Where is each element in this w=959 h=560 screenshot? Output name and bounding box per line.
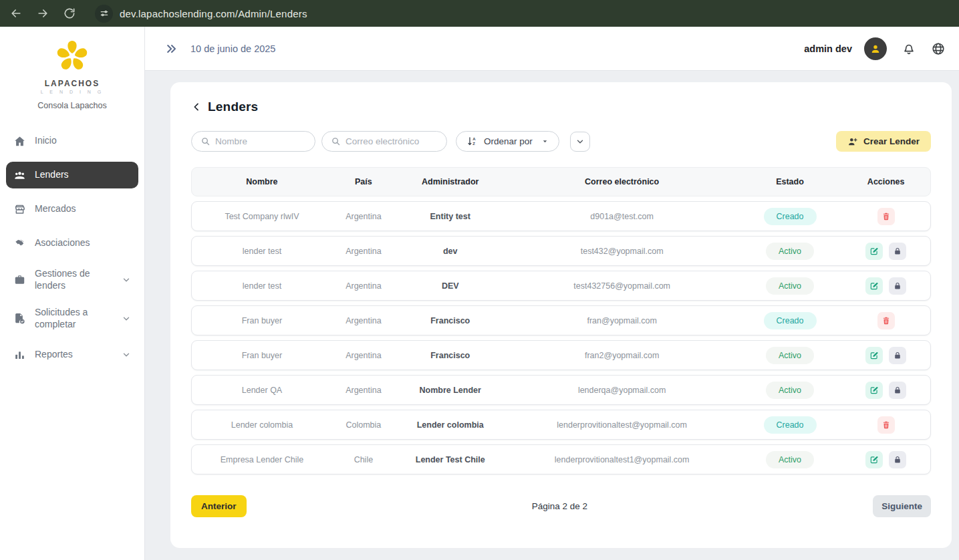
- status-badge: Activo: [766, 277, 814, 295]
- edit-button[interactable]: [865, 243, 883, 260]
- delete-button[interactable]: [877, 312, 895, 329]
- sidebar-nav: Inicio Lenders Mercados Asociaciones Ges…: [0, 128, 144, 376]
- edit-button[interactable]: [865, 451, 883, 468]
- sidebar-item-label: Reportes: [35, 349, 113, 361]
- sidebar-item-gestiones[interactable]: Gestiones de lenders: [6, 264, 138, 295]
- lapachos-flower-icon: [55, 39, 90, 74]
- status-badge: Activo: [766, 382, 814, 399]
- column-header-acciones: Acciones: [841, 177, 930, 186]
- table-row: lender test Argentina DEV test432756@yop…: [191, 271, 931, 301]
- sidebar-item-solicitudes[interactable]: Solicitudes a completar: [6, 303, 138, 334]
- lender-email: d901a@test.com: [506, 212, 738, 221]
- name-filter: [191, 131, 315, 152]
- lock-button[interactable]: [889, 451, 906, 468]
- document-check-icon: [13, 312, 26, 325]
- create-lender-button[interactable]: Crear Lender: [836, 131, 931, 152]
- table-row: Test Company rlwIV Argentina Entity test…: [191, 201, 931, 231]
- briefcase-icon: [13, 273, 26, 286]
- chevron-down-icon: [122, 350, 131, 360]
- console-label: Consola Lapachos: [0, 101, 144, 110]
- email-search-input[interactable]: [346, 136, 438, 146]
- lender-name: Lender QA: [192, 386, 332, 395]
- lender-country: Argentina: [332, 316, 395, 325]
- table-row: Lender colombia Colombia Lender colombia…: [191, 410, 931, 440]
- top-header: 10 de junio de 2025 admin dev: [145, 27, 959, 71]
- edit-button[interactable]: [865, 347, 883, 364]
- lender-admin: DEV: [395, 281, 506, 291]
- table-row: Fran buyer Argentina Francisco fran2@yop…: [191, 340, 931, 370]
- lock-button[interactable]: [889, 382, 906, 399]
- site-settings-icon[interactable]: [95, 5, 113, 23]
- sidebar-item-lenders[interactable]: Lenders: [6, 162, 138, 188]
- handshake-icon: [13, 237, 26, 250]
- sidebar-item-asociaciones[interactable]: Asociaciones: [6, 230, 138, 257]
- url-text[interactable]: dev.lapachoslending.com/Admin/Lenders: [120, 8, 307, 19]
- sidebar-item-mercados[interactable]: Mercados: [6, 196, 138, 223]
- search-icon: [331, 136, 341, 146]
- column-header-estado: Estado: [738, 177, 842, 186]
- table-row: Empresa Lender Chile Chile Lender Test C…: [191, 444, 931, 474]
- edit-button[interactable]: [865, 277, 883, 295]
- status-badge: Activo: [766, 451, 814, 468]
- caret-down-icon: [541, 138, 549, 145]
- lender-admin: Francisco: [395, 351, 506, 360]
- status-badge: Creado: [764, 312, 817, 329]
- user-name: admin dev: [804, 43, 852, 54]
- edit-icon: [869, 281, 879, 291]
- browser-forward-icon[interactable]: [36, 7, 49, 20]
- language-globe-icon[interactable]: [931, 41, 946, 56]
- browser-back-icon[interactable]: [9, 7, 23, 20]
- previous-page-button[interactable]: Anterior: [191, 495, 247, 517]
- lock-icon: [893, 455, 902, 464]
- name-search-input[interactable]: [215, 136, 306, 146]
- lender-email: fran@yopmail.com: [506, 316, 738, 325]
- lender-admin: Nombre Lender: [395, 386, 506, 395]
- brand-name: LAPACHOS: [0, 79, 144, 88]
- notifications-bell-icon[interactable]: [902, 41, 916, 56]
- lender-admin: Entity test: [395, 212, 506, 221]
- status-badge: Creado: [764, 416, 817, 434]
- delete-button[interactable]: [877, 416, 895, 434]
- lender-name: lender test: [192, 281, 332, 291]
- edit-icon: [869, 247, 879, 256]
- more-filters-button[interactable]: [570, 132, 590, 152]
- users-icon: [13, 169, 26, 182]
- lender-email: test432@yopmail.com: [506, 247, 738, 256]
- address-bar[interactable]: dev.lapachoslending.com/Admin/Lenders: [95, 5, 307, 23]
- sidebar-item-inicio[interactable]: Inicio: [6, 128, 138, 154]
- lender-name: Lender colombia: [192, 420, 332, 430]
- next-page-button[interactable]: Siguiente: [873, 495, 931, 517]
- lender-name: Fran buyer: [192, 316, 332, 325]
- svg-text:A: A: [472, 137, 476, 141]
- chevron-down-icon: [122, 314, 131, 323]
- sidebar-item-label: Mercados: [35, 203, 131, 215]
- lender-country: Argentina: [332, 386, 395, 395]
- avatar[interactable]: [864, 37, 887, 60]
- sort-by-label: Ordenar por: [484, 136, 533, 146]
- back-icon[interactable]: [191, 102, 202, 112]
- status-badge: Activo: [766, 347, 814, 364]
- lender-email: test432756@yopmail.com: [506, 281, 738, 291]
- search-icon: [200, 136, 211, 146]
- edit-button[interactable]: [865, 382, 883, 399]
- browser-toolbar: dev.lapachoslending.com/Admin/Lenders: [0, 0, 959, 27]
- sidebar-item-reportes[interactable]: Reportes: [6, 341, 138, 368]
- lock-button[interactable]: [889, 243, 906, 260]
- sort-by-dropdown[interactable]: AZ Ordenar por: [456, 131, 559, 152]
- lock-icon: [893, 281, 902, 291]
- home-icon: [13, 135, 26, 148]
- store-icon: [13, 203, 26, 216]
- lender-admin: Lender Test Chile: [395, 455, 506, 464]
- lender-email: lenderprovitionaltest@yopmail.com: [506, 420, 738, 430]
- sort-az-icon: AZ: [466, 136, 478, 147]
- lock-button[interactable]: [889, 277, 906, 295]
- delete-button[interactable]: [877, 208, 895, 225]
- sidebar-collapse-icon[interactable]: [165, 42, 178, 55]
- lender-admin: Francisco: [395, 316, 506, 325]
- browser-refresh-icon[interactable]: [63, 7, 76, 20]
- lender-country: Argentina: [332, 281, 395, 291]
- lock-button[interactable]: [889, 347, 906, 364]
- table-row: Fran buyer Argentina Francisco fran@yopm…: [191, 305, 931, 335]
- status-badge: Activo: [766, 243, 814, 260]
- lock-icon: [893, 351, 902, 360]
